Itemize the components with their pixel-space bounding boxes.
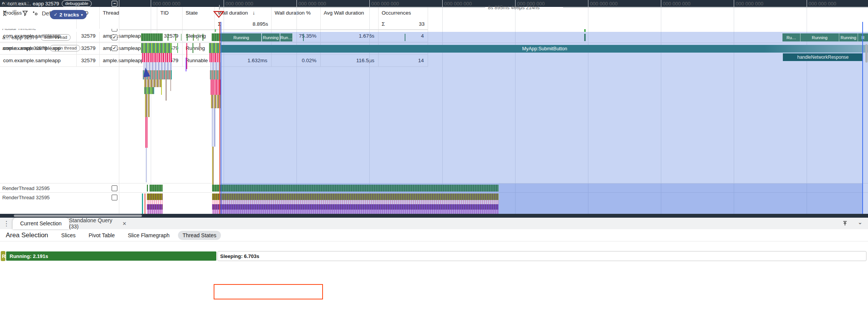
summary-segment-sleeping[interactable]: Sleeping: 6.703s <box>217 251 866 261</box>
track-row-renderthread-slices[interactable]: RenderThread 32595 <box>0 193 119 202</box>
subtab-pivot-table[interactable]: Pivot Table <box>84 231 119 240</box>
dock-panel-icon[interactable] <box>840 218 850 228</box>
ruler-tick-label: 000 000 000 <box>371 1 399 7</box>
thread-state-tick <box>203 34 203 41</box>
clipped-track-row[interactable]: Actual Timeline <box>0 29 119 32</box>
thread-state-tick <box>168 34 168 41</box>
renderthread-state-activity[interactable] <box>150 185 163 192</box>
ruler-tick-label: 000 000 000 <box>590 1 618 7</box>
callstack-slices[interactable] <box>145 117 148 148</box>
renderthread-slices[interactable] <box>147 210 163 214</box>
subtab-slices[interactable]: Slices <box>57 231 80 240</box>
thread-state-tick <box>187 34 188 41</box>
detail-panel-tabstrip <box>0 218 868 229</box>
running-state-slice[interactable]: Ru… <box>782 33 800 41</box>
vertical-scrollbar[interactable] <box>865 44 868 63</box>
close-icon[interactable]: ✕ <box>122 221 127 226</box>
collapse-tracks-icon[interactable] <box>2 10 8 17</box>
tab-current-selection[interactable]: Current Selection <box>13 218 69 229</box>
subtab-slice-flamegraph[interactable]: Slice Flamegraph <box>123 231 174 240</box>
running-state-slice[interactable]: Running <box>262 33 280 41</box>
running-state-tick[interactable] <box>584 34 586 41</box>
tracks-count-label: 2 tracks <box>59 12 79 18</box>
summary-label: Running: 2.191s <box>10 253 48 259</box>
ruler-tick-label: 000 000 000 <box>298 1 326 7</box>
debuggable-badge: debuggable <box>62 0 92 7</box>
thread-state-tick <box>175 34 176 41</box>
running-state-slice[interactable]: Running <box>839 33 858 41</box>
tab-standalone-query[interactable]: Standalone Query (33) ✕ <box>69 218 127 229</box>
slice-handlenetworkresponse[interactable]: handleNetworkResponse <box>783 53 863 61</box>
callstack-slices[interactable] <box>145 94 150 117</box>
cell-pid: 32579 <box>77 55 100 67</box>
ruler-origin-timestamp: 203 661 027 <box>2 1 29 7</box>
flag-marker-icon[interactable] <box>213 11 224 18</box>
summary-segment-runnable[interactable]: R <box>1 251 5 261</box>
collapse-panel-chevron-icon[interactable]: ⌄ <box>858 219 863 226</box>
ruler-tick-label: 000 000 000 <box>226 1 253 7</box>
ruler-tick-label: 000 000 000 <box>736 1 763 7</box>
renderthread-slices[interactable] <box>147 200 163 204</box>
track-checkbox[interactable]: ✓ <box>112 35 117 40</box>
horizontal-scrollbar[interactable] <box>14 215 142 217</box>
section-title: Area Selection <box>6 231 48 239</box>
callstack-slices[interactable] <box>142 53 172 62</box>
filter-icon[interactable] <box>22 10 28 17</box>
marker-vertical-line[interactable] <box>219 22 220 214</box>
track-row-renderthread-states[interactable]: RenderThread 32595 <box>0 184 119 193</box>
running-state-slice[interactable]: Run… <box>280 33 293 41</box>
callstack-tick <box>161 79 162 95</box>
selection-end-line[interactable] <box>862 22 863 214</box>
renderthread-state-activity[interactable] <box>147 185 148 192</box>
workspace-icon[interactable] <box>32 10 38 17</box>
callstack-tick <box>170 79 171 91</box>
running-state-slice[interactable]: Running <box>221 33 262 41</box>
running-state-tick[interactable] <box>405 34 405 41</box>
track-label: ample…eapp 32579 <box>2 45 47 51</box>
renderthread-slices[interactable] <box>147 193 163 200</box>
callstack-slices[interactable] <box>212 147 214 185</box>
ruler-tick-label: 000 000 000 <box>663 1 690 7</box>
renderthread-slices[interactable] <box>147 204 163 210</box>
callstack-tick <box>186 58 186 71</box>
clipped-track-label: Actual Timeline <box>2 29 36 31</box>
check-icon: ✓ <box>54 12 58 17</box>
thread-state-activity[interactable] <box>141 33 163 41</box>
thread-state-tick <box>193 34 194 41</box>
callstack-slices[interactable] <box>141 43 172 53</box>
track-checkbox[interactable] <box>112 185 117 191</box>
callstack-slices[interactable] <box>212 108 216 147</box>
highlighted-cells-outline <box>214 284 323 299</box>
track-checkbox[interactable] <box>112 195 117 200</box>
track-checkbox[interactable]: ✓ <box>112 45 117 51</box>
tracks-filter-button[interactable]: ✓ 2 tracks ▾ <box>50 10 87 19</box>
slice-myapp-submitbutton[interactable]: MyApp:SubmitButton <box>221 45 868 53</box>
main-thread-badge: main thread <box>50 45 80 51</box>
ruler-tick-label: 000 000 000 <box>153 1 180 7</box>
running-state-tick[interactable] <box>303 34 304 41</box>
track-label: RenderThread 32595 <box>2 195 50 200</box>
group-checkbox[interactable]: − <box>112 1 117 7</box>
track-row-main-thread-states[interactable]: a… eapp 32579 main thread ✓ <box>0 32 119 43</box>
marker-line <box>563 7 868 8</box>
callstack-tick <box>186 43 187 69</box>
chevron-down-icon: ▾ <box>81 13 83 17</box>
running-state-slice[interactable]: Running <box>800 33 839 41</box>
running-state-slice[interactable]: R <box>858 33 868 41</box>
selection-start-line[interactable] <box>221 22 221 214</box>
subtab-thread-states[interactable]: Thread States <box>178 231 221 240</box>
callstack-slices[interactable] <box>144 87 154 94</box>
clipped-track-checkbox[interactable] <box>112 29 117 31</box>
pointer-arrow <box>142 67 150 77</box>
main-thread-badge: main thread <box>41 34 71 41</box>
callstack-tick <box>199 43 200 51</box>
drag-handle-icon[interactable]: ⋮ <box>3 220 10 228</box>
pin-off-icon[interactable] <box>12 10 18 17</box>
thread-state-tick <box>198 34 198 41</box>
ruler-tick-label: 000 000 000 <box>809 1 836 7</box>
track-row-main-thread-slices[interactable]: ample…eapp 32579 main thread ✓ <box>0 43 119 53</box>
callstack-slices[interactable] <box>146 148 147 182</box>
callstack-slices[interactable] <box>144 79 161 87</box>
slice-label: MyApp:SubmitButton <box>522 46 567 51</box>
summary-segment-running[interactable]: Running: 2.191s <box>6 251 217 261</box>
